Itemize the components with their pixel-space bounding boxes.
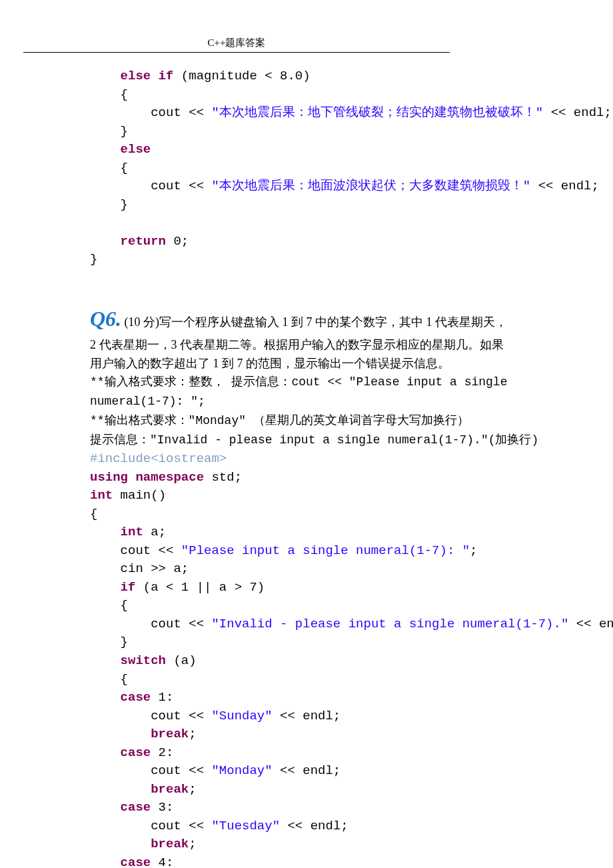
- include-directive: #include<iostream>: [90, 451, 227, 466]
- question-desc-line2: 2 代表星期一，3 代表星期二等。根据用户输入的数字显示相应的星期几。如果: [90, 338, 504, 351]
- question-desc-line6: 提示信息："Invalid - please input a single nu…: [90, 433, 538, 447]
- question-label: Q6.: [90, 307, 121, 331]
- keyword-case: case: [121, 800, 151, 815]
- string-literal: "本次地震后果：地下管线破裂；结实的建筑物也被破坏！": [211, 105, 543, 120]
- page-header: C++题库答案: [23, 37, 450, 53]
- question-desc-line4b: numeral(1-7): ";: [90, 395, 205, 408]
- string-literal: "Please input a single numeral(1-7): ": [181, 543, 470, 558]
- keyword-switch: switch: [90, 653, 166, 668]
- keyword-break: break: [151, 727, 189, 741]
- keyword-else: else: [121, 142, 151, 157]
- keyword-else-if: else if: [121, 69, 174, 83]
- string-literal: "本次地震后果：地面波浪状起伏；大多数建筑物损毁！": [211, 179, 530, 193]
- code-block-1: else if (magnitude < 8.0) { cout << "本次地…: [90, 67, 590, 269]
- string-literal: "Sunday": [211, 709, 272, 723]
- keyword-using: using: [90, 470, 128, 485]
- page-container: C++题库答案 else if (magnitude < 8.0) { cout…: [0, 0, 613, 868]
- keyword-break: break: [151, 837, 189, 851]
- question-desc-line4a: **输入格式要求：整数， 提示信息：cout << "Please input …: [90, 375, 507, 389]
- string-literal: "Monday": [211, 763, 272, 778]
- keyword-return: return: [121, 234, 166, 249]
- keyword-break: break: [151, 782, 189, 797]
- code-block-2: #include<iostream> using namespace std; …: [90, 450, 590, 868]
- keyword-case: case: [121, 690, 151, 705]
- keyword-int: int: [90, 488, 113, 503]
- question-desc-line3: 用户输入的数字超出了 1 到 7 的范围，显示输出一个错误提示信息。: [90, 357, 450, 370]
- keyword-int: int: [90, 525, 143, 539]
- keyword-namespace: namespace: [135, 470, 204, 485]
- keyword-case: case: [121, 745, 151, 760]
- question-desc-line5: **输出格式要求："Monday" （星期几的英文单词首字母大写加换行）: [90, 414, 469, 427]
- keyword-if: if: [90, 580, 135, 595]
- string-literal: "Tuesday": [211, 819, 280, 833]
- keyword-case: case: [121, 855, 151, 868]
- question-desc-line1: (10 分)写一个程序从键盘输入 1 到 7 中的某个数字，其中 1 代表星期天…: [121, 315, 507, 329]
- question-6-block: Q6. (10 分)写一个程序从键盘输入 1 到 7 中的某个数字，其中 1 代…: [90, 303, 590, 450]
- spacer: [90, 269, 590, 303]
- string-literal: "Invalid - please input a single numeral…: [211, 617, 568, 631]
